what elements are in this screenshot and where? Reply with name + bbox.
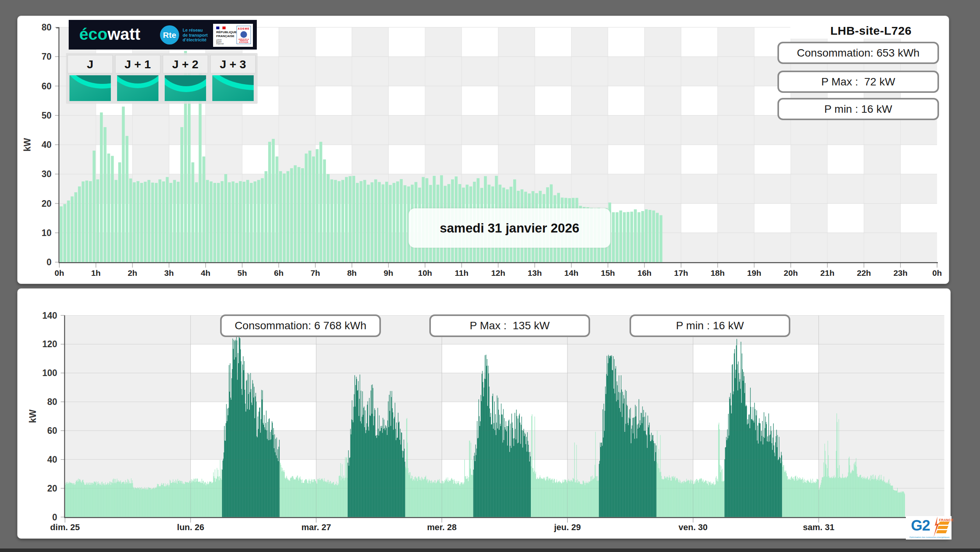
svg-text:dim. 25: dim. 25 xyxy=(50,522,80,532)
svg-text:10: 10 xyxy=(41,228,52,238)
svg-text:sam. 31: sam. 31 xyxy=(803,522,834,532)
svg-text:20h: 20h xyxy=(784,268,798,277)
svg-text:0h: 0h xyxy=(55,268,64,277)
svg-text:19h: 19h xyxy=(747,268,761,277)
svg-text:16h: 16h xyxy=(637,268,651,277)
svg-text:23h: 23h xyxy=(893,268,907,277)
svg-text:0: 0 xyxy=(46,257,52,267)
svg-text:ven. 30: ven. 30 xyxy=(678,522,708,532)
svg-text:60: 60 xyxy=(47,426,57,436)
svg-text:70: 70 xyxy=(41,51,52,62)
svg-text:2h: 2h xyxy=(128,268,137,277)
svg-text:6h: 6h xyxy=(274,268,284,277)
svg-text:17h: 17h xyxy=(674,268,688,277)
svg-text:kW: kW xyxy=(28,409,38,423)
svg-text:5h: 5h xyxy=(237,268,247,277)
svg-text:mar. 27: mar. 27 xyxy=(301,522,331,532)
svg-text:20: 20 xyxy=(47,483,57,493)
svg-text:14h: 14h xyxy=(564,268,578,277)
svg-text:jeu. 29: jeu. 29 xyxy=(554,522,581,532)
svg-text:13h: 13h xyxy=(528,268,542,277)
svg-text:20: 20 xyxy=(41,199,52,209)
svg-text:140: 140 xyxy=(42,311,57,321)
svg-text:10h: 10h xyxy=(418,268,432,277)
svg-text:mer. 28: mer. 28 xyxy=(427,522,457,532)
svg-text:40: 40 xyxy=(41,140,52,150)
svg-text:4h: 4h xyxy=(201,268,211,277)
svg-text:80: 80 xyxy=(47,397,57,407)
svg-text:15h: 15h xyxy=(601,268,615,277)
svg-text:0h: 0h xyxy=(932,268,942,277)
svg-text:40: 40 xyxy=(47,454,57,465)
svg-text:1h: 1h xyxy=(91,268,101,277)
svg-text:120: 120 xyxy=(42,339,57,349)
svg-text:12h: 12h xyxy=(491,268,505,277)
svg-text:3h: 3h xyxy=(164,268,174,277)
svg-text:9h: 9h xyxy=(384,268,393,277)
svg-text:60: 60 xyxy=(41,81,52,91)
svg-text:kW: kW xyxy=(22,138,32,151)
svg-text:100: 100 xyxy=(42,368,57,378)
svg-text:8h: 8h xyxy=(347,268,357,277)
svg-text:7h: 7h xyxy=(311,268,320,277)
svg-text:0: 0 xyxy=(52,512,57,522)
svg-text:11h: 11h xyxy=(455,268,468,277)
svg-text:lun. 26: lun. 26 xyxy=(177,522,205,532)
svg-text:18h: 18h xyxy=(711,268,725,277)
svg-text:30: 30 xyxy=(41,169,52,179)
svg-text:22h: 22h xyxy=(857,268,871,277)
svg-text:80: 80 xyxy=(41,22,52,32)
svg-text:50: 50 xyxy=(41,110,52,121)
svg-text:21h: 21h xyxy=(820,268,834,277)
